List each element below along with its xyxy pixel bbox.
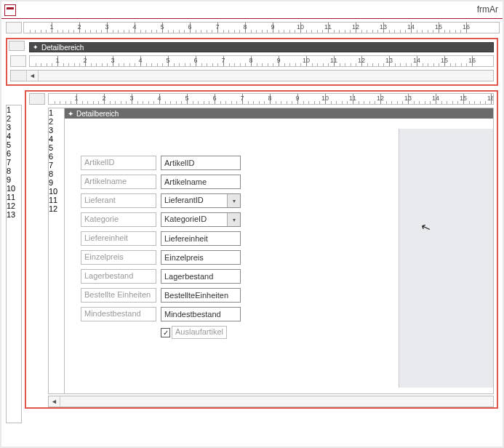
top-hscrollbar[interactable]: ◄ bbox=[10, 70, 494, 81]
scroll-left-icon[interactable]: ◄ bbox=[49, 396, 60, 407]
field-label[interactable]: Mindestbestand bbox=[81, 307, 156, 321]
subform-body: 123456789101112 ✦ Detailbereich ArtikelI… bbox=[48, 108, 494, 394]
form-row: LieferantLieferantID▾ bbox=[81, 193, 241, 209]
field-label[interactable]: Lagerbestand bbox=[81, 269, 156, 284]
text-control[interactable]: Einzelpreis bbox=[161, 250, 241, 265]
outer-ruler-row: 12345678910111213141516 bbox=[1, 22, 503, 35]
form-row: MindestbestandMindestbestand bbox=[81, 306, 241, 322]
chevron-down-icon[interactable]: ▾ bbox=[227, 194, 240, 207]
form-row: EinzelpreisEinzelpreis bbox=[81, 249, 241, 265]
detail-section-label-main: Detailbereich bbox=[41, 44, 84, 52]
design-canvas[interactable]: ✦ Detailbereich ArtikelIDArtikelIDArtike… bbox=[65, 108, 493, 393]
detail-section-header-main[interactable]: ✦ Detailbereich bbox=[29, 42, 494, 52]
checkbox-control[interactable]: ✓ bbox=[161, 328, 170, 337]
combo-control[interactable]: LieferantID▾ bbox=[161, 193, 241, 208]
sub-h-ruler[interactable]: 12345678910111213141516 bbox=[48, 93, 494, 105]
detail-section-label-sub: Detailbereich bbox=[76, 110, 119, 118]
text-control[interactable]: Liefereinheit bbox=[161, 231, 241, 246]
text-control[interactable]: Artikelname bbox=[161, 175, 241, 189]
field-label[interactable]: Kategorie bbox=[81, 212, 156, 227]
outer-h-ruler[interactable]: 12345678910111213141516 bbox=[23, 22, 500, 33]
form-row: ArtikelIDArtikelID bbox=[81, 155, 241, 171]
outer-v-ruler[interactable]: 12345678910111213 bbox=[6, 105, 22, 423]
highlight-top: ✦ Detailbereich 12345678910111213141516 … bbox=[6, 38, 498, 86]
ruler-corner[interactable] bbox=[6, 22, 22, 33]
form-icon bbox=[4, 4, 16, 16]
text-control[interactable]: Lagerbestand bbox=[161, 269, 241, 284]
form-row: Bestellte EinheitenBestellteEinheiten bbox=[81, 287, 241, 303]
text-control[interactable]: Mindestbestand bbox=[161, 307, 241, 321]
field-label[interactable]: ArtikelID bbox=[81, 156, 156, 170]
sub-ruler-corner[interactable] bbox=[29, 93, 45, 105]
checkbox-label[interactable]: Auslaufartikel bbox=[172, 326, 227, 339]
section-bullet-icon: ✦ bbox=[68, 110, 73, 118]
design-window: frmAr 12345678910111213141516 ✦ Detailbe… bbox=[0, 0, 504, 448]
field-label[interactable]: Liefereinheit bbox=[81, 231, 156, 246]
text-control[interactable]: ArtikelID bbox=[161, 156, 241, 170]
highlight-bottom: 12345678910111213141516 123456789101112 … bbox=[25, 90, 498, 409]
field-label[interactable]: Lieferant bbox=[81, 193, 156, 208]
inner-h-ruler-top[interactable]: 12345678910111213141516 bbox=[29, 55, 494, 67]
canvas-outside-area bbox=[399, 129, 493, 388]
window-title: frmAr bbox=[477, 4, 498, 15]
checkbox-row: ✓Auslaufartikel bbox=[161, 325, 241, 340]
titlebar: frmAr bbox=[1, 1, 503, 19]
combo-control[interactable]: KategorieID▾ bbox=[161, 212, 241, 227]
section-selector[interactable] bbox=[9, 41, 25, 51]
form-row: LagerbestandLagerbestand bbox=[81, 268, 241, 284]
combo-text: KategorieID bbox=[161, 213, 227, 226]
sub-v-ruler[interactable]: 123456789101112 bbox=[49, 108, 65, 393]
inner-ruler-corner[interactable] bbox=[10, 55, 26, 67]
form-row: LiefereinheitLiefereinheit bbox=[81, 231, 241, 247]
sub-hscrollbar[interactable]: ◄ bbox=[48, 396, 494, 407]
detail-section-header-sub[interactable]: ✦ Detailbereich bbox=[65, 108, 493, 119]
field-label[interactable]: Artikelname bbox=[81, 175, 156, 189]
field-label[interactable]: Bestellte Einheiten bbox=[81, 288, 156, 303]
chevron-down-icon[interactable]: ▾ bbox=[227, 213, 240, 226]
field-label[interactable]: Einzelpreis bbox=[81, 250, 156, 265]
combo-text: LieferantID bbox=[161, 194, 227, 207]
form-row: ArtikelnameArtikelname bbox=[81, 174, 241, 190]
scroll-left-icon[interactable]: ◄ bbox=[27, 71, 39, 81]
section-bullet-icon: ✦ bbox=[33, 44, 39, 51]
text-control[interactable]: BestellteEinheiten bbox=[161, 288, 241, 303]
form-row: KategorieKategorieID▾ bbox=[81, 212, 241, 228]
